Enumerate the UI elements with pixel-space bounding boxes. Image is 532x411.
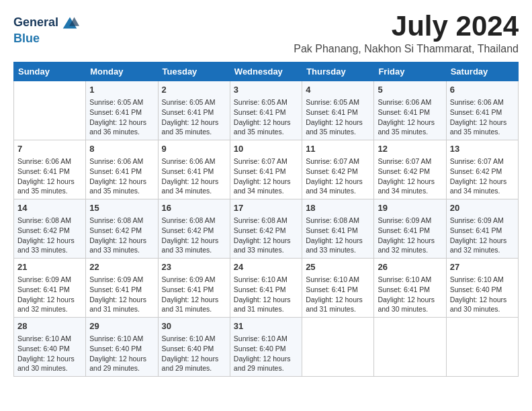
calendar-cell: 12Sunrise: 6:07 AMSunset: 6:42 PMDayligh…	[374, 140, 446, 199]
calendar-cell: 1Sunrise: 6:05 AMSunset: 6:41 PMDaylight…	[86, 81, 158, 140]
day-info: Sunrise: 6:07 AMSunset: 6:41 PMDaylight:…	[234, 156, 298, 196]
calendar-cell	[374, 317, 446, 376]
day-header-wednesday: Wednesday	[230, 62, 302, 81]
day-info: Sunrise: 6:07 AMSunset: 6:42 PMDaylight:…	[378, 156, 442, 196]
day-number: 4	[306, 84, 370, 96]
day-info: Sunrise: 6:09 AMSunset: 6:41 PMDaylight:…	[17, 275, 82, 314]
day-number: 18	[306, 202, 370, 214]
day-number: 11	[306, 143, 370, 155]
day-info: Sunrise: 6:07 AMSunset: 6:42 PMDaylight:…	[450, 156, 515, 196]
location-title: Pak Phanang, Nakhon Si Thammarat, Thaila…	[294, 43, 519, 55]
header-row: SundayMondayTuesdayWednesdayThursdayFrid…	[14, 62, 519, 81]
day-info: Sunrise: 6:08 AMSunset: 6:42 PMDaylight:…	[162, 216, 226, 255]
day-info: Sunrise: 6:10 AMSunset: 6:40 PMDaylight:…	[89, 334, 154, 373]
logo-blue: Blue	[13, 32, 40, 45]
calendar-cell: 14Sunrise: 6:08 AMSunset: 6:42 PMDayligh…	[14, 199, 86, 259]
week-row-3: 14Sunrise: 6:08 AMSunset: 6:42 PMDayligh…	[14, 199, 519, 259]
week-row-4: 21Sunrise: 6:09 AMSunset: 6:41 PMDayligh…	[14, 259, 519, 318]
day-number: 1	[89, 84, 154, 96]
day-number: 24	[234, 261, 298, 273]
calendar-cell: 6Sunrise: 6:06 AMSunset: 6:41 PMDaylight…	[446, 81, 518, 140]
calendar-cell: 2Sunrise: 6:05 AMSunset: 6:41 PMDaylight…	[158, 81, 230, 140]
calendar-cell: 25Sunrise: 6:10 AMSunset: 6:41 PMDayligh…	[302, 259, 374, 318]
calendar-cell: 10Sunrise: 6:07 AMSunset: 6:41 PMDayligh…	[230, 140, 302, 199]
week-row-5: 28Sunrise: 6:10 AMSunset: 6:40 PMDayligh…	[14, 317, 519, 376]
day-number: 22	[89, 261, 154, 273]
day-number: 31	[234, 320, 298, 332]
calendar-cell: 18Sunrise: 6:08 AMSunset: 6:41 PMDayligh…	[302, 199, 374, 259]
day-number: 8	[89, 143, 154, 155]
calendar-cell: 19Sunrise: 6:09 AMSunset: 6:41 PMDayligh…	[374, 199, 446, 259]
day-info: Sunrise: 6:10 AMSunset: 6:41 PMDaylight:…	[234, 275, 298, 314]
day-number: 6	[450, 84, 515, 96]
day-info: Sunrise: 6:05 AMSunset: 6:41 PMDaylight:…	[306, 97, 370, 137]
day-number: 28	[17, 320, 82, 332]
logo-icon	[60, 13, 79, 32]
day-number: 19	[378, 202, 442, 214]
calendar-cell: 31Sunrise: 6:10 AMSunset: 6:40 PMDayligh…	[230, 317, 302, 376]
day-number: 27	[450, 261, 515, 273]
day-info: Sunrise: 6:10 AMSunset: 6:40 PMDaylight:…	[450, 275, 515, 314]
day-info: Sunrise: 6:08 AMSunset: 6:42 PMDaylight:…	[234, 216, 298, 255]
day-header-saturday: Saturday	[446, 62, 518, 81]
day-info: Sunrise: 6:06 AMSunset: 6:41 PMDaylight:…	[89, 156, 154, 196]
day-number: 5	[378, 84, 442, 96]
day-number: 29	[89, 320, 154, 332]
calendar-cell: 20Sunrise: 6:09 AMSunset: 6:41 PMDayligh…	[446, 199, 518, 259]
calendar-cell: 28Sunrise: 6:10 AMSunset: 6:40 PMDayligh…	[14, 317, 86, 376]
calendar-cell	[14, 81, 86, 140]
day-info: Sunrise: 6:06 AMSunset: 6:41 PMDaylight:…	[378, 97, 442, 137]
calendar-cell: 27Sunrise: 6:10 AMSunset: 6:40 PMDayligh…	[446, 259, 518, 318]
page-header: General Blue July 2024 Pak Phanang, Nakh…	[13, 11, 519, 55]
day-info: Sunrise: 6:08 AMSunset: 6:42 PMDaylight:…	[89, 216, 154, 255]
day-number: 12	[378, 143, 442, 155]
day-number: 13	[450, 143, 515, 155]
calendar-cell: 4Sunrise: 6:05 AMSunset: 6:41 PMDaylight…	[302, 81, 374, 140]
day-info: Sunrise: 6:08 AMSunset: 6:42 PMDaylight:…	[17, 216, 82, 255]
month-title: July 2024	[294, 11, 519, 42]
day-number: 16	[162, 202, 226, 214]
calendar-table: SundayMondayTuesdayWednesdayThursdayFrid…	[13, 62, 519, 377]
day-info: Sunrise: 6:07 AMSunset: 6:42 PMDaylight:…	[306, 156, 370, 196]
day-info: Sunrise: 6:10 AMSunset: 6:40 PMDaylight:…	[234, 334, 298, 373]
day-header-friday: Friday	[374, 62, 446, 81]
calendar-cell: 9Sunrise: 6:06 AMSunset: 6:41 PMDaylight…	[158, 140, 230, 199]
calendar-cell: 11Sunrise: 6:07 AMSunset: 6:42 PMDayligh…	[302, 140, 374, 199]
day-header-sunday: Sunday	[14, 62, 86, 81]
calendar-cell: 7Sunrise: 6:06 AMSunset: 6:41 PMDaylight…	[14, 140, 86, 199]
day-number: 14	[17, 202, 82, 214]
calendar-cell: 16Sunrise: 6:08 AMSunset: 6:42 PMDayligh…	[158, 199, 230, 259]
calendar-cell: 5Sunrise: 6:06 AMSunset: 6:41 PMDaylight…	[374, 81, 446, 140]
week-row-1: 1Sunrise: 6:05 AMSunset: 6:41 PMDaylight…	[14, 81, 519, 140]
day-number: 10	[234, 143, 298, 155]
day-number: 17	[234, 202, 298, 214]
calendar-cell	[446, 317, 518, 376]
calendar-cell: 17Sunrise: 6:08 AMSunset: 6:42 PMDayligh…	[230, 199, 302, 259]
day-info: Sunrise: 6:06 AMSunset: 6:41 PMDaylight:…	[162, 156, 226, 196]
day-number: 9	[162, 143, 226, 155]
logo-text: General	[13, 16, 58, 30]
day-number: 2	[162, 84, 226, 96]
week-row-2: 7Sunrise: 6:06 AMSunset: 6:41 PMDaylight…	[14, 140, 519, 199]
calendar-cell: 26Sunrise: 6:10 AMSunset: 6:41 PMDayligh…	[374, 259, 446, 318]
calendar-cell: 22Sunrise: 6:09 AMSunset: 6:41 PMDayligh…	[86, 259, 158, 318]
calendar-cell	[302, 317, 374, 376]
day-info: Sunrise: 6:06 AMSunset: 6:41 PMDaylight:…	[450, 97, 515, 137]
day-number: 15	[89, 202, 154, 214]
day-info: Sunrise: 6:05 AMSunset: 6:41 PMDaylight:…	[162, 97, 226, 137]
day-info: Sunrise: 6:10 AMSunset: 6:41 PMDaylight:…	[378, 275, 442, 314]
day-number: 26	[378, 261, 442, 273]
day-info: Sunrise: 6:10 AMSunset: 6:40 PMDaylight:…	[17, 334, 82, 373]
day-header-monday: Monday	[86, 62, 158, 81]
day-info: Sunrise: 6:05 AMSunset: 6:41 PMDaylight:…	[89, 97, 154, 137]
calendar-cell: 29Sunrise: 6:10 AMSunset: 6:40 PMDayligh…	[86, 317, 158, 376]
title-area: July 2024 Pak Phanang, Nakhon Si Thammar…	[294, 11, 519, 55]
day-header-thursday: Thursday	[302, 62, 374, 81]
day-info: Sunrise: 6:06 AMSunset: 6:41 PMDaylight:…	[17, 156, 82, 196]
day-info: Sunrise: 6:09 AMSunset: 6:41 PMDaylight:…	[162, 275, 226, 314]
day-info: Sunrise: 6:08 AMSunset: 6:41 PMDaylight:…	[306, 216, 370, 255]
day-number: 25	[306, 261, 370, 273]
day-info: Sunrise: 6:05 AMSunset: 6:41 PMDaylight:…	[234, 97, 298, 137]
calendar-cell: 8Sunrise: 6:06 AMSunset: 6:41 PMDaylight…	[86, 140, 158, 199]
calendar-cell: 23Sunrise: 6:09 AMSunset: 6:41 PMDayligh…	[158, 259, 230, 318]
